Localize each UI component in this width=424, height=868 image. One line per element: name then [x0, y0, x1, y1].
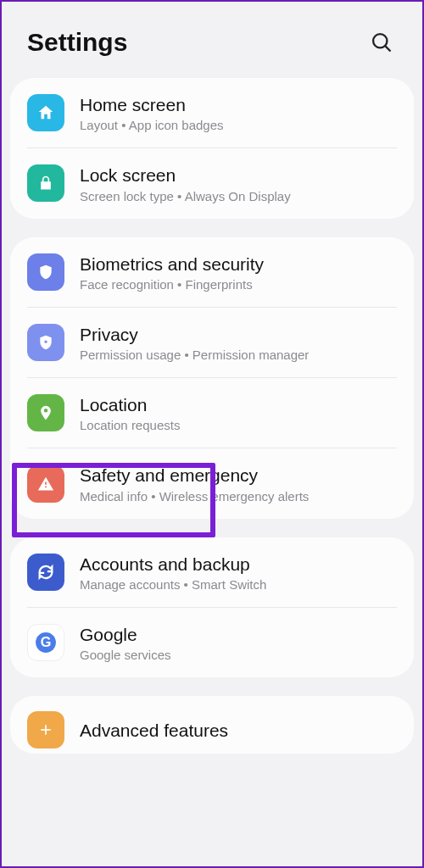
svg-text:G: G: [41, 635, 52, 650]
settings-group: Biometrics and security Face recognition…: [10, 237, 414, 519]
settings-row-advanced[interactable]: Advanced features: [27, 696, 397, 754]
row-title: Lock screen: [80, 164, 397, 186]
row-sub: Screen lock type • Always On Display: [80, 189, 397, 203]
row-text: Privacy Permission usage • Permission ma…: [80, 323, 397, 362]
svg-line-1: [385, 46, 390, 51]
settings-group: Accounts and backup Manage accounts • Sm…: [10, 537, 414, 678]
row-text: Accounts and backup Manage accounts • Sm…: [80, 553, 397, 592]
google-icon: G: [27, 624, 64, 661]
header: Settings: [2, 2, 422, 78]
home-icon: [27, 94, 64, 131]
row-sub: Manage accounts • Smart Switch: [80, 577, 397, 592]
row-title: Accounts and backup: [80, 553, 397, 576]
settings-group: Advanced features: [10, 696, 414, 754]
row-text: Advanced features: [80, 719, 397, 742]
svg-point-2: [44, 341, 47, 343]
row-sub: Face recognition • Fingerprints: [80, 277, 397, 292]
settings-group: Home screen Layout • App icon badges Loc…: [10, 78, 414, 219]
settings-row-google[interactable]: G Google Google services: [27, 607, 397, 677]
svg-point-0: [373, 34, 387, 47]
row-text: Location Location requests: [80, 393, 397, 432]
settings-row-biometrics[interactable]: Biometrics and security Face recognition…: [27, 237, 397, 307]
search-button[interactable]: [366, 27, 397, 58]
row-text: Google Google services: [80, 623, 397, 662]
settings-row-safety[interactable]: Safety and emergency Medical info • Wire…: [27, 448, 397, 518]
row-title: Advanced features: [80, 719, 397, 742]
sync-icon: [27, 554, 64, 591]
settings-row-accounts[interactable]: Accounts and backup Manage accounts • Sm…: [27, 537, 397, 607]
plus-icon: [27, 711, 64, 748]
row-sub: Medical info • Wireless emergency alerts: [80, 489, 397, 504]
row-sub: Google services: [80, 648, 397, 662]
settings-row-lock-screen[interactable]: Lock screen Screen lock type • Always On…: [27, 147, 397, 218]
row-title: Privacy: [80, 323, 397, 346]
alert-icon: [27, 465, 64, 503]
search-icon: [370, 31, 393, 54]
row-text: Home screen Layout • App icon badges: [80, 93, 397, 132]
settings-row-privacy[interactable]: Privacy Permission usage • Permission ma…: [27, 307, 397, 377]
settings-row-location[interactable]: Location Location requests: [27, 377, 397, 448]
row-sub: Location requests: [80, 418, 397, 432]
row-text: Biometrics and security Face recognition…: [80, 253, 397, 292]
row-title: Google: [80, 623, 397, 646]
row-text: Lock screen Screen lock type • Always On…: [80, 164, 397, 203]
row-title: Biometrics and security: [80, 253, 397, 275]
row-text: Safety and emergency Medical info • Wire…: [80, 464, 397, 503]
row-title: Location: [80, 393, 397, 416]
page-title: Settings: [27, 28, 127, 57]
settings-row-home-screen[interactable]: Home screen Layout • App icon badges: [27, 78, 397, 147]
location-icon: [27, 394, 64, 431]
row-title: Safety and emergency: [80, 464, 397, 487]
shield-icon: [27, 253, 64, 291]
privacy-icon: [27, 324, 64, 361]
row-sub: Permission usage • Permission manager: [80, 348, 397, 362]
row-title: Home screen: [80, 93, 397, 116]
row-sub: Layout • App icon badges: [80, 118, 397, 132]
lock-icon: [27, 164, 64, 202]
